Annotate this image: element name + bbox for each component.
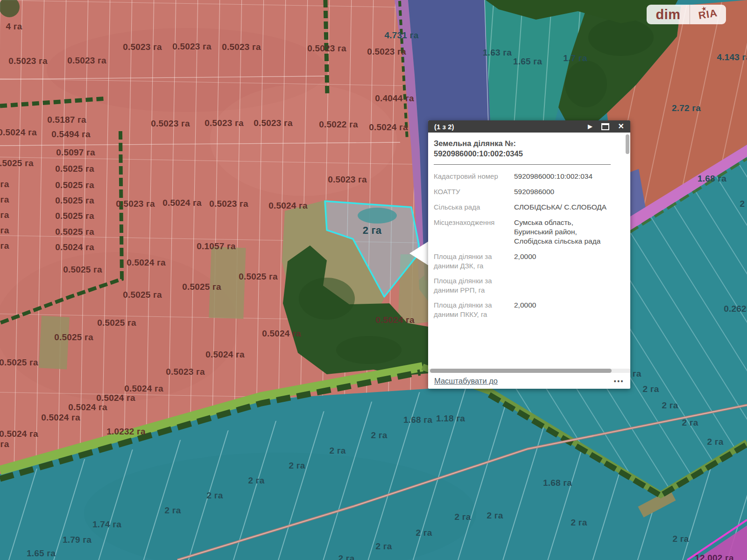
field-row-location: Місцезнаходження Сумська область, Буринс… bbox=[434, 218, 625, 246]
popup-title-line2: 5920986000:10:002:0345 bbox=[434, 149, 625, 159]
vertical-scrollbar-thumb[interactable] bbox=[626, 134, 629, 154]
map-viewer: 4 га0.5023 га0.5023 га0.5023 га0.5023 га… bbox=[0, 0, 747, 560]
ria-logo-cell: ★ RIA bbox=[690, 5, 726, 24]
title-divider bbox=[434, 164, 611, 165]
more-options-button[interactable]: ••• bbox=[614, 378, 624, 385]
popup-title: Земельна ділянка №: 5920986000:10:002:03… bbox=[434, 139, 625, 159]
field-label: Площа ділянки за даними РРП, га bbox=[434, 276, 514, 294]
field-row-cadastral: Кадастровий номер 5920986000:10:002:034 bbox=[434, 172, 625, 181]
field-value: Сумська область, Буринський район, Слобі… bbox=[514, 218, 607, 246]
field-row-koattu: КОАТТУ 5920986000 bbox=[434, 187, 625, 196]
field-label: Сільська рада bbox=[434, 203, 514, 212]
popup-body: Земельна ділянка №: 5920986000:10:002:03… bbox=[428, 133, 630, 325]
field-value: 2,0000 bbox=[514, 301, 607, 319]
field-row-area-dzk: Площа ділянки за даними ДЗК, га 2,0000 bbox=[434, 252, 625, 270]
highlighted-parcel-label: 2 га bbox=[363, 224, 382, 237]
parcel-info-popup: (1 з 2) ▶ ✕ Земельна ділянка №: 59209860… bbox=[428, 120, 630, 389]
popup-title-line1: Земельна ділянка №: bbox=[434, 139, 625, 149]
field-label: Місцезнаходження bbox=[434, 218, 514, 246]
field-label: Площа ділянки за даними ДЗК, га bbox=[434, 252, 514, 270]
ria-logo-text: RIA bbox=[698, 7, 718, 22]
field-value bbox=[514, 276, 607, 294]
popup-pointer-arrow bbox=[409, 241, 429, 266]
field-label: Площа ділянки за даними ПККУ, га bbox=[434, 301, 514, 319]
close-icon[interactable]: ✕ bbox=[618, 123, 624, 130]
popup-pagination: (1 з 2) bbox=[434, 123, 454, 131]
next-feature-icon[interactable]: ▶ bbox=[588, 124, 592, 129]
dim-logo-text: dim bbox=[647, 5, 690, 24]
dim-ria-logo: dim ★ RIA bbox=[647, 5, 726, 24]
field-label: КОАТТУ bbox=[434, 187, 514, 196]
zoom-to-link[interactable]: Масштабувати до bbox=[434, 377, 498, 385]
field-value: 5920986000 bbox=[514, 187, 607, 196]
field-label: Кадастровий номер bbox=[434, 172, 514, 181]
field-value: 2,0000 bbox=[514, 252, 607, 270]
field-row-council: Сільська рада СЛОБІДСЬКА/ С.СЛОБОДА bbox=[434, 203, 625, 212]
field-value: СЛОБІДСЬКА/ С.СЛОБОДА bbox=[514, 203, 607, 212]
field-value: 5920986000:10:002:034 bbox=[514, 172, 592, 181]
popup-footer: Масштабувати до ••• bbox=[434, 377, 624, 385]
field-row-area-rrp: Площа ділянки за даними РРП, га bbox=[434, 276, 625, 294]
horizontal-scrollbar-thumb[interactable] bbox=[430, 369, 612, 373]
field-row-area-pkku: Площа ділянки за даними ПККУ, га 2,0000 bbox=[434, 301, 625, 319]
horizontal-scrollbar[interactable] bbox=[428, 369, 630, 373]
cadastral-map-canvas[interactable] bbox=[0, 0, 747, 560]
popup-header: (1 з 2) ▶ ✕ bbox=[428, 120, 630, 133]
maximize-icon[interactable] bbox=[601, 123, 609, 130]
